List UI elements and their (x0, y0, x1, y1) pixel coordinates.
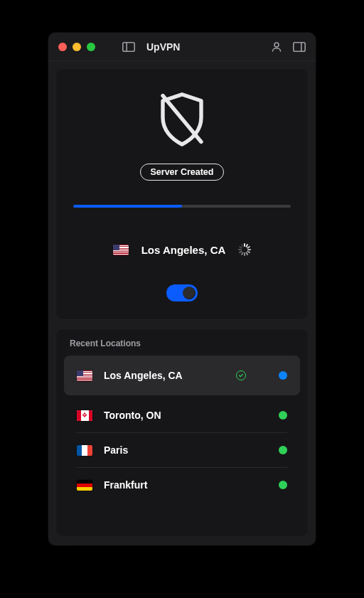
recent-locations-list: Los Angeles, CA❖Toronto, ONParisFrankfur… (64, 356, 300, 502)
progress-bar (73, 205, 291, 208)
status-dot-icon (279, 481, 287, 489)
svg-rect-3 (294, 42, 305, 50)
location-item[interactable]: Paris (64, 433, 300, 467)
flag-icon-fr (77, 445, 92, 456)
verified-check-icon (236, 370, 246, 380)
status-card: Server Created Los Angeles, CA (55, 68, 309, 320)
account-icon[interactable] (270, 41, 283, 53)
svg-rect-0 (123, 42, 134, 50)
svg-point-2 (274, 43, 279, 47)
status-dot-icon (279, 411, 287, 420)
connection-toggle[interactable] (166, 284, 198, 301)
location-item-label: Frankfurt (104, 479, 267, 491)
location-item[interactable]: Frankfurt (64, 468, 300, 502)
shield-slash-icon (150, 87, 214, 151)
toggle-knob (183, 287, 196, 299)
close-icon[interactable] (58, 43, 67, 51)
minimize-icon[interactable] (73, 43, 81, 51)
content: Server Created Los Angeles, CA Recent Lo… (48, 61, 316, 545)
traffic-lights (58, 43, 95, 51)
app-window: UpVPN (48, 33, 316, 545)
location-item-label: Toronto, ON (104, 410, 267, 421)
location-item-label: Los Angeles, CA (104, 370, 225, 381)
flag-icon-us (113, 245, 129, 255)
panel-toggle-icon[interactable] (293, 41, 306, 53)
recent-locations-card: Recent Locations Los Angeles, CA❖Toronto… (55, 329, 309, 537)
current-location-label: Los Angeles, CA (141, 244, 226, 256)
status-badge: Server Created (140, 164, 225, 181)
titlebar: UpVPN (48, 33, 316, 61)
status-dot-icon (279, 446, 287, 454)
status-dot-icon (279, 371, 287, 380)
recent-locations-title: Recent Locations (64, 337, 300, 356)
flag-icon-de (77, 480, 92, 491)
location-item[interactable]: Los Angeles, CA (64, 356, 300, 395)
current-location-row: Los Angeles, CA (113, 243, 252, 256)
app-title: UpVPN (146, 41, 180, 53)
flag-icon-ca: ❖ (77, 410, 92, 421)
loading-spinner-icon (238, 243, 251, 256)
sidebar-toggle-icon[interactable] (122, 41, 135, 53)
progress-fill (73, 205, 182, 208)
flag-icon-us (77, 370, 92, 381)
location-item[interactable]: ❖Toronto, ON (64, 398, 300, 432)
location-item-label: Paris (104, 444, 267, 456)
fullscreen-icon[interactable] (87, 43, 95, 51)
